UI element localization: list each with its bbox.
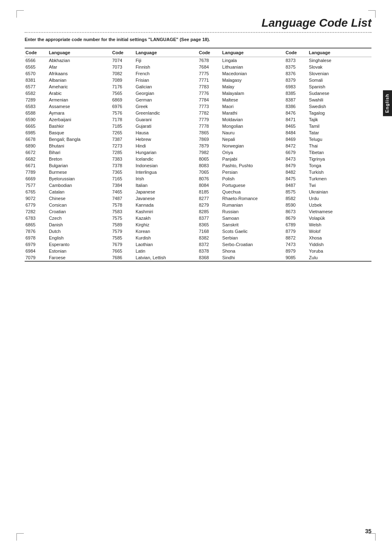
table-row: 7876Dutch7579Korean7168Scots Gaelic8779W… (25, 228, 371, 235)
cell-language: Byelorussian (48, 175, 111, 182)
cell-code: 7789 (25, 169, 48, 175)
cell-code: 8476 (285, 110, 308, 116)
cell-code: 6865 (25, 221, 48, 228)
cell-code: 7285 (111, 149, 135, 156)
cell-language: Japanese (135, 189, 198, 195)
cell-code: 7387 (111, 136, 135, 143)
corner-mark-bl-h (16, 533, 24, 534)
table-row: 6588Aymara7576Greenlandic7782Marathi8476… (25, 110, 371, 116)
cell-code: 6566 (25, 57, 48, 64)
cell-code: 7073 (111, 64, 135, 70)
cell-code: 7082 (111, 70, 135, 77)
cell-language: Slovak (308, 64, 371, 70)
cell-language: Catalan (48, 189, 111, 195)
cell-language: Albanian (48, 77, 111, 83)
table-row: 6565Afar7073Finnish7684Lithuanian8375Slo… (25, 64, 371, 70)
cell-code: 8484 (285, 129, 308, 136)
cell-language: Frisian (135, 77, 198, 83)
cell-language: Georgian (135, 90, 198, 97)
cell-language: Lithuanian (221, 64, 285, 70)
cell-language: Hungarian (135, 149, 198, 156)
cell-language: Rumanian (221, 202, 285, 208)
cell-code: 7273 (111, 143, 135, 149)
cell-code: 7165 (111, 175, 135, 182)
table-row: 7289Armenian6869German7784Maltese8387Swa… (25, 97, 371, 103)
table-row: 6672Bihari7285Hungarian7982Oriya6679Tibe… (25, 149, 371, 156)
cell-code: 7074 (111, 57, 135, 64)
cell-code: 7575 (111, 215, 135, 221)
cell-code: 8582 (285, 195, 308, 202)
page-subtitle: Enter the appropriate code number for th… (25, 37, 371, 42)
cell-code: 8368 (198, 254, 221, 261)
cell-language: Marathi (221, 110, 285, 116)
table-row: 6890Bhutani7273Hindi7879Norwegian8472Tha… (25, 143, 371, 149)
cell-language: Spanish (308, 83, 371, 90)
table-row: 7079Faroese7686Latvian, Lettish8368Sindh… (25, 254, 371, 261)
cell-language: Malagasy (221, 77, 285, 83)
col-header-code1: Code (25, 48, 48, 57)
cell-code: 6590 (25, 116, 48, 123)
cell-language: Faroese (48, 254, 111, 261)
cell-code: 6588 (25, 110, 48, 116)
cell-code: 7865 (198, 129, 221, 136)
cell-code: 8084 (198, 182, 221, 189)
cell-code: 6984 (25, 248, 48, 254)
cell-language: Gujarati (135, 123, 198, 129)
cell-language: Norwegian (221, 143, 285, 149)
table-row: 6669Byelorussian7165Irish8076Polish8475T… (25, 175, 371, 182)
cell-code: 8472 (285, 143, 308, 149)
cell-language: Bulgarian (48, 162, 111, 169)
corner-mark-tr (375, 10, 376, 18)
cell-code: 8376 (285, 70, 308, 77)
cell-language: Tigrinya (308, 156, 371, 162)
cell-language: Yoruba (308, 248, 371, 254)
cell-language: Welsh (308, 221, 371, 228)
table-row: 7282Croatian7583Kashmiri8285Russian8673V… (25, 208, 371, 215)
cell-language: Swahili (308, 97, 371, 103)
cell-language: Kannada (135, 202, 198, 208)
cell-language: Portuguese (221, 182, 285, 189)
cell-language: Guarani (135, 116, 198, 123)
cell-code: 6779 (25, 202, 48, 208)
cell-code: 7684 (198, 64, 221, 70)
cell-code: 8673 (285, 208, 308, 215)
cell-code: 7079 (25, 254, 48, 261)
cell-code: 8373 (285, 57, 308, 64)
cell-code: 8779 (285, 228, 308, 235)
table-row: 7577Cambodian7384Italian8084Portuguese84… (25, 182, 371, 189)
cell-language: Slovenian (308, 70, 371, 77)
cell-language: Indonesian (135, 162, 198, 169)
cell-code: 7577 (25, 182, 48, 189)
cell-language: Russian (221, 208, 285, 215)
cell-code: 7089 (111, 77, 135, 83)
cell-code: 6765 (25, 189, 48, 195)
cell-code: 8279 (198, 202, 221, 208)
cell-code: 6570 (25, 70, 48, 77)
table-row: 6978English7585Kurdish8382Serbian8872Xho… (25, 235, 371, 241)
table-row: 6590Azerbaijani7178Guarani7779Moldavian8… (25, 116, 371, 123)
cell-language: Nepali (221, 136, 285, 143)
cell-code: 8473 (285, 156, 308, 162)
cell-language: Javanese (135, 195, 198, 202)
cell-language: Croatian (48, 208, 111, 215)
cell-language: Tamil (308, 123, 371, 129)
cell-language: French (135, 70, 198, 77)
cell-language: Breton (48, 156, 111, 162)
cell-code: 6985 (25, 129, 48, 136)
cell-code: 7678 (198, 57, 221, 64)
cell-language: Esperanto (48, 241, 111, 248)
cell-language: Pashto, Pushto (221, 162, 285, 169)
page-title: Language Code List (25, 16, 371, 30)
cell-language: Macedonian (221, 70, 285, 77)
cell-code: 7065 (198, 169, 221, 175)
cell-language: Afar (48, 64, 111, 70)
col-header-code3: Code (198, 48, 221, 57)
corner-mark-bl (16, 533, 17, 541)
cell-code: 7776 (198, 90, 221, 97)
cell-language: Volapük (308, 215, 371, 221)
cell-language: Singhalese (308, 57, 371, 64)
cell-code: 6665 (25, 123, 48, 129)
cell-code: 7265 (111, 129, 135, 136)
table-row: 6783Czech7575Kazakh8377Samoan8679Volapük (25, 215, 371, 221)
cell-code: 7879 (198, 143, 221, 149)
